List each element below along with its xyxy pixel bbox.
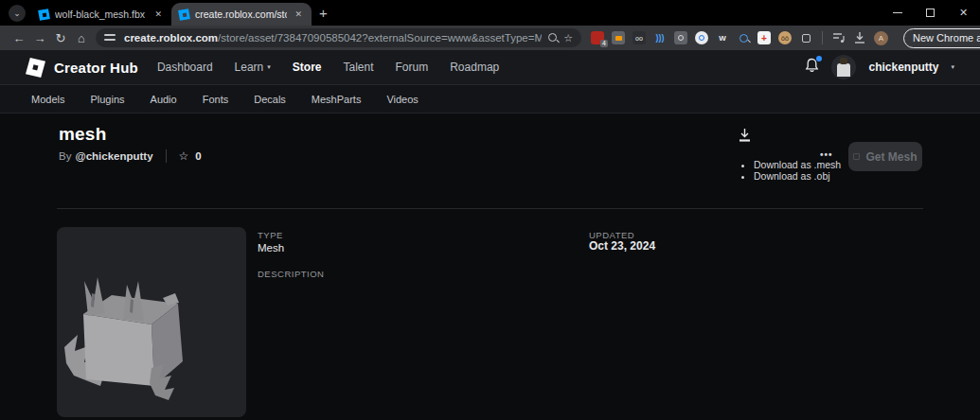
close-icon: ✕ <box>959 7 968 19</box>
downloads-icon[interactable] <box>853 31 866 44</box>
chevron-down-icon: ⌄ <box>13 9 21 18</box>
favorite-star-icon[interactable]: ☆ <box>179 149 189 163</box>
toolbar-separator <box>822 31 823 44</box>
username[interactable]: chickenputty <box>868 61 938 74</box>
extension-clock-icon[interactable] <box>695 31 708 44</box>
browser-window: ⌄ wolf-black_mesh.fbx - Creator S ✕ crea… <box>0 0 980 420</box>
extension-sound-icon[interactable]: ))) <box>653 31 667 44</box>
minimize-icon <box>893 12 902 13</box>
nav-store[interactable]: Store <box>293 61 322 74</box>
subnav-audio[interactable]: Audio <box>151 94 177 105</box>
download-obj-option[interactable]: Download as .obj <box>754 171 841 183</box>
author-link[interactable]: @chickenputty <box>75 150 152 162</box>
extension-health-cross-icon[interactable]: + <box>757 31 771 44</box>
extension-badge: 4 <box>600 40 608 47</box>
new-tab-button[interactable]: + <box>319 5 328 21</box>
extension-glasses-icon[interactable]: oo <box>633 31 646 44</box>
browser-toolbar: ← → ↻ ⌂ create.roblox.com/store/asset/73… <box>0 26 980 50</box>
address-bar[interactable]: create.roblox.com/store/asset/7384709058… <box>96 28 581 47</box>
close-tab-icon[interactable]: ✕ <box>152 9 164 20</box>
description-label: DESCRIPTION <box>258 269 324 279</box>
brand-name: Creator Hub <box>54 60 138 76</box>
reload-button[interactable]: ↻ <box>50 31 71 45</box>
download-options-menu: Download as .mesh Download as .obj <box>754 160 841 182</box>
window-controls: ✕ <box>881 0 980 25</box>
type-value: Mesh <box>258 242 284 254</box>
url-path: /store/asset/73847090585042?externalSour… <box>218 32 542 44</box>
minimize-button[interactable] <box>881 0 914 25</box>
creator-hub-header: Creator Hub Dashboard Learn▾ Store Talen… <box>0 50 980 85</box>
tab-store-asset[interactable]: create.roblox.com/store/asset/7 ✕ <box>171 3 312 26</box>
asset-page: mesh By @chickenputty ☆ 0 Download as .m… <box>0 114 980 420</box>
site-info-icon[interactable] <box>104 33 117 43</box>
roblox-favicon-icon <box>38 9 50 21</box>
extensions-cluster: 4 oo ))) W + ôô A New Chrome available ⋮ <box>591 28 980 48</box>
get-mesh-label: Get Mesh <box>865 150 917 164</box>
subnav-fonts[interactable]: Fonts <box>203 94 229 105</box>
extension-face-icon[interactable]: ôô <box>778 31 792 44</box>
asset-thumbnail-image <box>57 227 246 417</box>
get-mesh-icon <box>853 153 860 160</box>
tab-title: create.roblox.com/store/asset/7 <box>195 9 287 20</box>
chevron-down-icon: ▾ <box>267 63 271 71</box>
store-subnav: Models Plugins Audio Fonts Decals MeshPa… <box>0 85 980 114</box>
more-options-button[interactable]: ••• <box>820 149 833 160</box>
creator-hub-brand[interactable]: Creator Hub <box>26 58 138 78</box>
notification-dot <box>816 56 822 61</box>
nav-talent[interactable]: Talent <box>344 61 374 74</box>
extension-camera-icon[interactable] <box>674 31 687 44</box>
url-text[interactable]: create.roblox.com/store/asset/7384709058… <box>124 32 542 44</box>
header-right: chickenputty ▾ <box>805 55 954 79</box>
tab-search-button[interactable]: ⌄ <box>9 5 26 22</box>
roblox-favicon-icon <box>178 9 190 21</box>
maximize-button[interactable] <box>914 0 947 25</box>
updated-value: Oct 23, 2024 <box>589 239 655 253</box>
tab-strip: ⌄ wolf-black_mesh.fbx - Creator S ✕ crea… <box>0 0 980 26</box>
main-nav: Dashboard Learn▾ Store Talent Forum Road… <box>157 61 499 74</box>
type-label: TYPE <box>258 230 283 240</box>
by-label: By <box>59 150 71 162</box>
close-tab-icon[interactable]: ✕ <box>293 9 304 20</box>
nav-learn[interactable]: Learn▾ <box>235 61 271 74</box>
download-button[interactable] <box>737 128 753 148</box>
user-avatar[interactable] <box>831 55 856 79</box>
page-title: mesh <box>59 124 106 145</box>
nav-forum[interactable]: Forum <box>396 61 429 74</box>
forward-button[interactable]: → <box>29 31 50 45</box>
nav-roadmap[interactable]: Roadmap <box>450 61 499 74</box>
notifications-button[interactable] <box>805 58 819 77</box>
maximize-icon <box>926 9 935 17</box>
subnav-decals[interactable]: Decals <box>254 94 286 105</box>
extension-hearts-icon[interactable]: 4 <box>591 31 604 44</box>
profile-avatar[interactable]: A <box>874 31 888 45</box>
nav-dashboard[interactable]: Dashboard <box>157 61 213 74</box>
extension-search-icon[interactable] <box>737 31 750 44</box>
url-domain: create.roblox.com <box>124 32 218 44</box>
roblox-logo-icon <box>26 58 45 78</box>
asset-meta: By @chickenputty ☆ 0 <box>59 149 202 163</box>
update-chrome-chip[interactable]: New Chrome available ⋮ <box>903 28 980 48</box>
tab-studio-file[interactable]: wolf-black_mesh.fbx - Creator S ✕ <box>31 3 171 26</box>
meta-divider <box>166 149 167 163</box>
back-button[interactable]: ← <box>9 31 29 45</box>
extensions-puzzle-icon[interactable] <box>799 31 812 44</box>
subnav-plugins[interactable]: Plugins <box>90 94 124 105</box>
chevron-down-icon[interactable]: ▾ <box>951 63 954 71</box>
update-chip-label: New Chrome available <box>913 32 980 44</box>
asset-thumbnail <box>57 227 246 417</box>
get-mesh-button[interactable]: Get Mesh <box>848 142 922 171</box>
subnav-videos[interactable]: Videos <box>386 94 418 105</box>
media-controls-icon[interactable] <box>832 31 846 44</box>
download-mesh-option[interactable]: Download as .mesh <box>754 160 841 171</box>
close-window-button[interactable]: ✕ <box>947 0 980 25</box>
section-divider <box>57 208 923 209</box>
tab-title: wolf-black_mesh.fbx - Creator S <box>55 9 147 20</box>
extension-wikipedia-icon[interactable]: W <box>716 31 729 44</box>
home-button[interactable]: ⌂ <box>71 31 92 45</box>
bookmark-star-icon[interactable]: ☆ <box>563 32 573 44</box>
favorite-count: 0 <box>195 150 201 162</box>
extension-photos-icon[interactable] <box>612 31 625 44</box>
subnav-models[interactable]: Models <box>31 94 64 105</box>
subnav-meshparts[interactable]: MeshParts <box>312 94 362 105</box>
zoom-icon[interactable] <box>548 32 557 44</box>
